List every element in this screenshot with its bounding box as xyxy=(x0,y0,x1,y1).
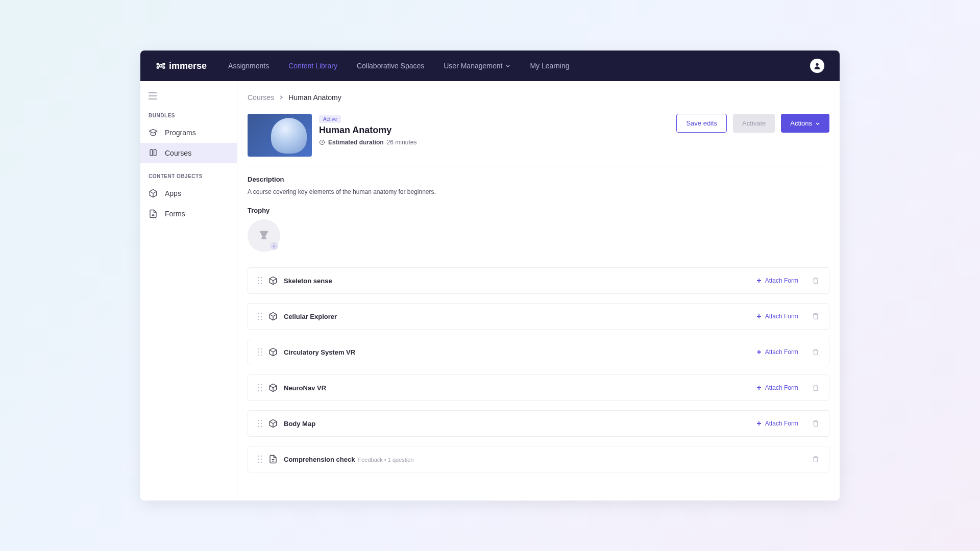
breadcrumb-root[interactable]: Courses xyxy=(248,93,274,102)
svg-point-19 xyxy=(258,348,259,350)
svg-point-20 xyxy=(261,348,262,350)
content-row[interactable]: NeuroNav VRAttach Form xyxy=(248,374,829,401)
svg-point-29 xyxy=(258,390,259,392)
trophy-icon xyxy=(257,229,271,243)
sidebar-item-courses[interactable]: Courses xyxy=(140,143,237,163)
content-list: Skeleton senseAttach FormCellular Explor… xyxy=(248,267,829,472)
delete-button[interactable] xyxy=(812,277,820,285)
nav-collaborative-spaces[interactable]: Collaborative Spaces xyxy=(357,62,424,70)
drag-handle-icon[interactable] xyxy=(257,384,262,392)
sidebar-item-label: Courses xyxy=(165,149,191,157)
sidebar-item-forms[interactable]: Forms xyxy=(140,204,237,224)
svg-point-30 xyxy=(261,390,262,392)
actions-button[interactable]: Actions xyxy=(781,114,829,133)
brand-logo[interactable]: immerse xyxy=(156,61,207,71)
attach-form-button[interactable]: Attach Form xyxy=(756,420,798,427)
content-row[interactable]: Skeleton senseAttach Form xyxy=(248,267,829,294)
svg-point-27 xyxy=(258,387,259,389)
delete-button[interactable] xyxy=(812,419,820,428)
drag-handle-icon[interactable] xyxy=(257,277,262,285)
drag-handle-icon[interactable] xyxy=(257,348,262,356)
nav-content-library[interactable]: Content Library xyxy=(288,62,337,70)
svg-point-5 xyxy=(816,63,818,66)
chevron-down-icon xyxy=(505,63,510,68)
duration-value: 26 minutes xyxy=(387,139,417,146)
delete-button[interactable] xyxy=(812,348,820,356)
svg-point-40 xyxy=(261,459,262,460)
svg-point-31 xyxy=(258,420,259,421)
content-row[interactable]: Body MapAttach Form xyxy=(248,410,829,437)
content-row[interactable]: Circulatory System VRAttach Form xyxy=(248,339,829,365)
cube-icon xyxy=(268,347,278,357)
nav-my-learning[interactable]: My Learning xyxy=(530,62,569,70)
trophy-heading: Trophy xyxy=(248,207,829,214)
plus-icon xyxy=(756,385,762,391)
drag-handle-icon[interactable] xyxy=(257,419,262,428)
svg-point-9 xyxy=(258,280,259,282)
activate-button: Activate xyxy=(733,114,775,133)
nav-user-management[interactable]: User Management xyxy=(444,62,510,70)
svg-point-4 xyxy=(163,67,164,68)
svg-point-22 xyxy=(261,352,262,353)
chevron-right-icon xyxy=(279,95,283,99)
attach-form-button[interactable]: Attach Form xyxy=(756,277,798,284)
cube-icon xyxy=(268,419,278,428)
delete-button[interactable] xyxy=(812,455,820,463)
attach-form-button[interactable]: Attach Form xyxy=(756,313,798,320)
main-nav: Assignments Content Library Collaborativ… xyxy=(228,62,569,70)
svg-point-24 xyxy=(261,355,262,356)
delete-button[interactable] xyxy=(812,312,820,320)
sidebar: BUNDLES Programs Courses CONTENT OBJECTS… xyxy=(140,81,237,500)
content-row[interactable]: Comprehension checkFeedback • 1 question xyxy=(248,446,829,472)
svg-point-41 xyxy=(258,462,259,463)
chevron-down-icon xyxy=(815,121,820,126)
svg-point-37 xyxy=(258,456,259,457)
svg-point-11 xyxy=(258,283,259,285)
svg-point-17 xyxy=(258,319,259,320)
svg-point-36 xyxy=(261,426,262,428)
user-avatar-button[interactable] xyxy=(810,59,824,73)
content-row-title: Cellular Explorer xyxy=(284,313,337,320)
svg-point-21 xyxy=(258,352,259,353)
logo-icon xyxy=(156,61,166,71)
svg-point-38 xyxy=(261,456,262,457)
duration-label: Estimated duration xyxy=(328,139,384,146)
course-title: Human Anatomy xyxy=(319,125,669,136)
sidebar-toggle-button[interactable] xyxy=(140,92,237,109)
trophy-add-button[interactable]: + xyxy=(248,219,280,252)
svg-point-15 xyxy=(258,316,259,317)
nav-assignments[interactable]: Assignments xyxy=(228,62,269,70)
drag-handle-icon[interactable] xyxy=(257,312,262,320)
cube-icon xyxy=(149,189,158,198)
plus-icon xyxy=(756,349,762,355)
sidebar-item-label: Programs xyxy=(165,129,196,137)
content-row-title: Body Map xyxy=(284,420,315,428)
course-thumbnail xyxy=(248,114,312,157)
svg-point-16 xyxy=(261,316,262,317)
sidebar-item-programs[interactable]: Programs xyxy=(140,122,237,143)
cube-icon xyxy=(268,276,278,285)
svg-point-13 xyxy=(258,313,259,314)
attach-form-button[interactable]: Attach Form xyxy=(756,384,798,391)
content-row-title: Circulatory System VR xyxy=(284,348,355,356)
svg-point-7 xyxy=(258,277,259,279)
svg-point-2 xyxy=(163,63,164,65)
breadcrumb-current: Human Anatomy xyxy=(288,93,341,102)
content-row-title: Skeleton sense xyxy=(284,277,332,285)
svg-point-8 xyxy=(261,277,262,279)
sidebar-item-apps[interactable]: Apps xyxy=(140,183,237,204)
svg-point-35 xyxy=(258,426,259,428)
svg-point-28 xyxy=(261,387,262,389)
svg-point-39 xyxy=(258,459,259,460)
clock-icon xyxy=(319,139,325,145)
app-window: immerse Assignments Content Library Coll… xyxy=(140,51,840,500)
plus-icon xyxy=(756,313,762,319)
attach-form-button[interactable]: Attach Form xyxy=(756,348,798,356)
delete-button[interactable] xyxy=(812,384,820,392)
content-row[interactable]: Cellular ExplorerAttach Form xyxy=(248,303,829,330)
drag-handle-icon[interactable] xyxy=(257,455,262,463)
plus-icon xyxy=(756,278,762,284)
content-row-title: Comprehension checkFeedback • 1 question xyxy=(284,456,413,463)
breadcrumb: Courses Human Anatomy xyxy=(248,93,829,102)
save-edits-button[interactable]: Save edits xyxy=(676,114,727,133)
